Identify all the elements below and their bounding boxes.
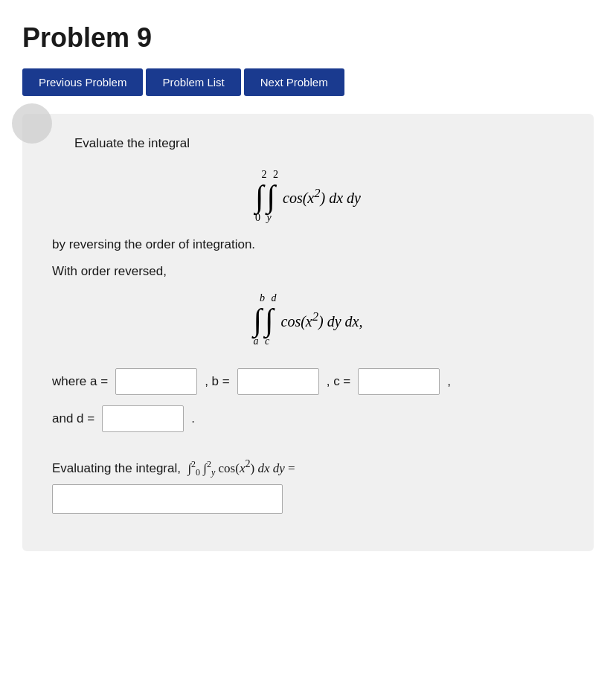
reversed-second-lower-limit: c xyxy=(265,335,269,347)
problem-box: Evaluate the integral 2 ∫ 0 2 ∫ y cos(x2… xyxy=(22,114,594,551)
original-integral-display: 2 ∫ 0 2 ∫ y cos(x2) dx dy xyxy=(52,169,564,224)
first-integral-symbol: ∫ xyxy=(255,181,264,212)
problem-list-button[interactable]: Problem List xyxy=(146,68,240,96)
reversed-second-integral-symbol: ∫ xyxy=(265,304,274,335)
eval-line: Evaluating the integral, ∫20 ∫2y cos(x2)… xyxy=(52,457,564,514)
reversed-intro-text: With order reversed, xyxy=(52,264,564,279)
comma-c-label: , c = xyxy=(327,374,351,389)
reversed-second-integral-group: d ∫ c xyxy=(265,292,274,347)
reversal-text: by reversing the order of integration. xyxy=(52,237,564,252)
c-input[interactable] xyxy=(358,368,440,395)
and-d-label: and d = xyxy=(52,411,94,426)
first-lower-limit: 0 xyxy=(255,212,260,224)
reversed-integrand: cos(x2) dy dx, xyxy=(281,309,363,330)
eval-integral-inline: ∫20 ∫2y cos(x2) dx dy = xyxy=(187,461,295,475)
abcd-row: where a = , b = , c = , xyxy=(52,368,564,395)
where-a-label: where a = xyxy=(52,374,108,389)
reversed-first-lower-limit: a xyxy=(253,335,258,347)
second-lower-limit: y xyxy=(267,212,272,224)
eval-text-prefix: Evaluating the integral, xyxy=(52,461,185,475)
comma-b-label: , b = xyxy=(205,374,230,389)
eval-answer-input[interactable] xyxy=(52,484,283,514)
first-integral-group: 2 ∫ 0 xyxy=(255,169,264,224)
b-input[interactable] xyxy=(237,368,319,395)
second-integral-symbol: ∫ xyxy=(267,181,276,212)
period: . xyxy=(191,411,195,426)
d-input[interactable] xyxy=(102,405,184,432)
reversed-first-integral-group: b ∫ a xyxy=(253,292,262,347)
instruction-text: Evaluate the integral xyxy=(74,136,564,151)
a-input[interactable] xyxy=(115,368,197,395)
reversed-integral-display: b ∫ a d ∫ c cos(x2) dy dx, xyxy=(52,292,564,347)
second-integral-group: 2 ∫ y xyxy=(267,169,276,224)
nav-bar: Previous Problem Problem List Next Probl… xyxy=(22,68,594,96)
next-problem-button[interactable]: Next Problem xyxy=(244,68,344,96)
circle-decoration xyxy=(12,103,52,144)
comma-end: , xyxy=(447,374,451,389)
d-row: and d = . xyxy=(52,405,564,432)
previous-problem-button[interactable]: Previous Problem xyxy=(22,68,143,96)
original-integrand: cos(x2) dx dy xyxy=(283,186,361,207)
page-title: Problem 9 xyxy=(22,22,594,54)
reversed-first-integral-symbol: ∫ xyxy=(253,304,262,335)
